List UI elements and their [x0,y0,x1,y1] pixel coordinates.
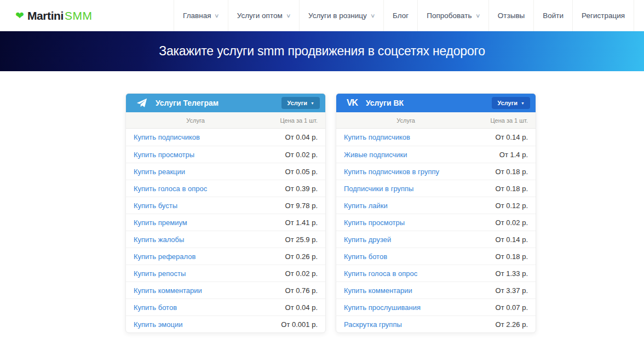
nav-item-label: Услуги оптом [237,12,283,20]
telegram-card-title: Услуги Телеграм [156,99,281,107]
table-row: Купить бустыОт 9.78 р. [126,197,325,214]
table-row: Купить подписчиковОт 0.14 р. [336,129,536,146]
price-value: От 0.18 р. [475,185,536,193]
service-link[interactable]: Купить голоса в опрос [336,269,475,278]
nav-item-2[interactable]: Услуги в розницу∨ [300,0,384,31]
table-row: Купить эмоцииОт 0.001 р. [126,315,325,332]
nav-item-5[interactable]: Отзывы [489,0,534,31]
table-row: Купить комментарииОт 0.76 р. [126,281,325,298]
chevron-down-icon: ▼ [521,101,525,105]
price-value: От 0.02 р. [265,151,325,159]
table-row: Купить голоса в опросОт 1.33 р. [336,265,536,281]
price-value: От 0.02 р. [265,269,325,278]
service-cards: Услуги Телеграм Услуги ▼ Услуга Цена за … [125,93,644,333]
nav-item-1[interactable]: Услуги оптом∨ [228,0,300,31]
price-value: От 1.41 р. [265,219,325,227]
price-value: От 0.12 р. [475,202,536,210]
nav-item-7[interactable]: Регистрация [573,0,634,31]
service-link[interactable]: Купить подписчиков в группу [336,168,475,176]
telegram-card-header: Услуги Телеграм Услуги ▼ [126,94,325,112]
table-row: Подписчики в группыОт 0.18 р. [336,180,536,197]
service-link[interactable]: Купить подписчиков [336,133,475,141]
nav-item-label: Войти [543,12,564,20]
service-link[interactable]: Раскрутка группы [336,320,475,329]
service-link[interactable]: Купить рефералов [126,252,265,261]
price-value: От 0.14 р. [475,133,536,141]
table-row: Купить ботовОт 0.18 р. [336,248,536,265]
service-link[interactable]: Живые подписчики [336,151,475,159]
telegram-plane-icon [134,97,150,109]
brand-name: Martini [27,9,64,22]
top-navbar: ❤ Martini SMM Главная∨Услуги оптом∨Услуг… [0,0,644,31]
price-value: От 0.18 р. [475,168,536,176]
hero-title: Закажите услуги smm продвижения в соцсет… [159,44,485,59]
table-row: Купить просмотрыОт 0.02 р. [336,214,536,231]
price-value: От 0.001 р. [265,320,325,329]
telegram-table-header: Услуга Цена за 1 шт. [126,112,325,129]
price-value: От 1.33 р. [475,269,536,278]
price-value: От 0.02 р. [475,219,536,227]
table-row: Купить рефераловОт 0.26 р. [126,248,325,265]
table-row: Купить репостыОт 0.02 р. [126,265,325,281]
vk-services-dropdown-button[interactable]: Услуги ▼ [492,97,530,109]
chevron-down-icon: ∨ [286,13,291,19]
hero-banner: Закажите услуги smm продвижения в соцсет… [0,31,644,71]
price-value: От 0.18 р. [475,252,536,261]
nav-item-6[interactable]: Войти [534,0,573,31]
table-row: Купить голоса в опросОт 0.39 р. [126,180,325,197]
service-link[interactable]: Купить реакции [126,168,265,176]
table-row: Купить реакцииОт 0.05 р. [126,163,325,180]
price-value: От 25.9 р. [265,235,325,244]
service-link[interactable]: Купить ботов [336,252,475,261]
service-link[interactable]: Купить прослушивания [336,303,475,312]
table-row: Живые подписчикиОт 1.4 р. [336,146,536,163]
price-value: От 0.07 р. [475,303,536,312]
price-value: От 9.78 р. [265,202,325,210]
chevron-down-icon: ▼ [311,101,314,105]
table-row: Купить просмотрыОт 0.02 р. [126,146,325,163]
price-value: От 3.37 р. [475,286,536,295]
price-column-header: Цена за 1 шт. [265,117,325,124]
service-link[interactable]: Купить подписчиков [126,133,265,141]
service-link[interactable]: Купить комментарии [126,286,265,295]
service-link[interactable]: Купить эмоции [126,320,265,329]
chevron-down-icon: ∨ [475,13,480,19]
table-row: Купить лайкиОт 0.12 р. [336,197,536,214]
service-link[interactable]: Купить просмотры [336,219,475,227]
service-link[interactable]: Купить просмотры [126,151,265,159]
brand-logo[interactable]: ❤ Martini SMM [15,0,92,31]
nav-item-label: Регистрация [582,12,625,20]
service-column-header: Услуга [336,117,475,124]
service-link[interactable]: Купить комментарии [336,286,475,295]
price-column-header: Цена за 1 шт. [475,117,536,124]
service-link[interactable]: Купить бусты [126,202,265,210]
nav-item-3[interactable]: Блог [384,0,418,31]
table-row: Купить жалобыОт 25.9 р. [126,231,325,248]
heart-icon: ❤ [15,10,24,21]
table-row: Купить подписчиков в группуОт 0.18 р. [336,163,536,180]
price-value: От 0.04 р. [265,303,325,312]
table-row: Купить премиумОт 1.41 р. [126,214,325,231]
nav-item-4[interactable]: Попробовать∨ [418,0,489,31]
service-column-header: Услуга [126,117,265,124]
nav-item-label: Отзывы [498,12,525,20]
vk-card-title: Услуги ВК [366,99,492,107]
service-link[interactable]: Подписчики в группы [336,185,475,193]
nav-item-label: Блог [393,12,409,20]
nav-item-0[interactable]: Главная∨ [174,0,228,31]
service-link[interactable]: Купить лайки [336,202,475,210]
service-link[interactable]: Купить ботов [126,303,265,312]
price-value: От 0.05 р. [265,168,325,176]
service-link[interactable]: Купить друзей [336,235,475,244]
service-link[interactable]: Купить жалобы [126,235,265,244]
service-link[interactable]: Купить голоса в опрос [126,185,265,193]
price-value: От 1.4 р. [475,151,536,159]
service-link[interactable]: Купить репосты [126,269,265,278]
table-row: Купить подписчиковОт 0.04 р. [126,129,325,146]
telegram-services-dropdown-button[interactable]: Услуги ▼ [281,97,320,109]
table-row: Раскрутка группыОт 2.26 р. [336,315,536,332]
service-link[interactable]: Купить премиум [126,219,265,227]
nav-item-label: Услуги в розницу [308,12,367,20]
vk-services-card: VK Услуги ВК Услуги ▼ Услуга Цена за 1 ш… [336,93,536,333]
price-value: От 0.26 р. [265,252,325,261]
